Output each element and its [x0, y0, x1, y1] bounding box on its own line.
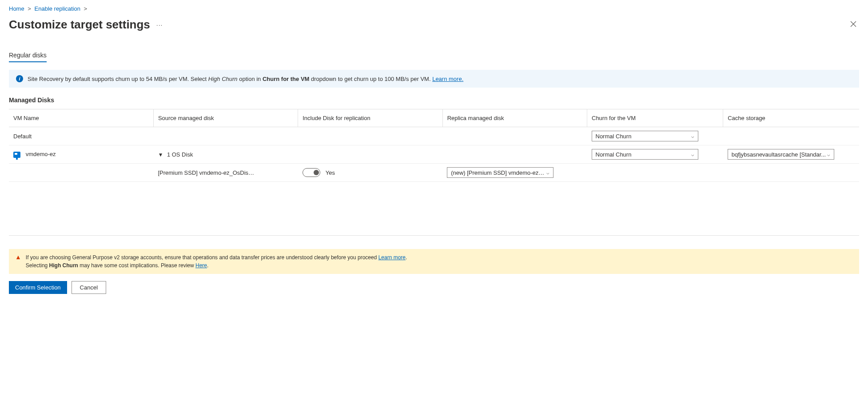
page-title: Customize target settings	[9, 18, 150, 32]
warning-banner: ▲ If you are choosing General Purpose v2…	[9, 249, 859, 274]
dropdown-label: Normal Churn	[596, 133, 632, 140]
th-replica-disk: Replica managed disk	[442, 109, 587, 127]
warn-text: may have some cost implications. Please …	[78, 262, 195, 269]
info-text: dropdown to get churn up to 100 MB/s per…	[309, 76, 432, 82]
breadcrumb-home[interactable]: Home	[9, 5, 24, 12]
th-source-disk: Source managed disk	[153, 109, 298, 127]
chevron-down-icon: ⌵	[691, 152, 694, 157]
breadcrumb-sep: >	[82, 5, 89, 12]
dropdown-label: Normal Churn	[596, 151, 632, 158]
warn-text: .	[207, 262, 208, 269]
th-cache: Cache storage	[723, 109, 859, 127]
vm-churn-dropdown[interactable]: Normal Churn ⌵	[592, 149, 698, 160]
cache-storage-dropdown[interactable]: bqfjybsasnevaultasrcache [Standar... ⌵	[728, 149, 834, 160]
info-text: Site Recovery by default supports churn …	[28, 76, 208, 82]
include-disk-toggle[interactable]	[303, 168, 320, 177]
managed-disks-table: VM Name Source managed disk Include Disk…	[9, 109, 859, 182]
chevron-down-icon: ⌵	[546, 170, 549, 176]
close-icon[interactable]	[848, 17, 859, 32]
caret-down-icon[interactable]: ▼	[158, 151, 163, 157]
warning-icon: ▲	[15, 253, 21, 261]
th-vm-name: VM Name	[9, 109, 153, 127]
breadcrumb: Home > Enable replication >	[9, 4, 859, 16]
more-icon[interactable]: ···	[156, 21, 163, 28]
cell-default-label: Default	[9, 127, 153, 145]
table-row-default: Default Normal Churn ⌵	[9, 127, 859, 145]
table-row-disk: [Premium SSD] vmdemo-ez_OsDisk_1_... Yes…	[9, 164, 859, 182]
dropdown-label: bqfjybsasnevaultasrcache [Standar...	[732, 151, 826, 158]
source-disk-name: [Premium SSD] vmdemo-ez_OsDisk_1_...	[158, 169, 255, 176]
toggle-knob	[314, 170, 319, 175]
warn-learn-more-link[interactable]: Learn more	[378, 254, 406, 261]
default-churn-dropdown[interactable]: Normal Churn ⌵	[592, 131, 698, 141]
info-text: option in	[238, 76, 263, 82]
table-header-row: VM Name Source managed disk Include Disk…	[9, 109, 859, 127]
breadcrumb-enable-replication[interactable]: Enable replication	[35, 5, 80, 12]
info-italic: High Churn	[208, 76, 238, 82]
vm-icon	[13, 152, 20, 158]
chevron-down-icon: ⌵	[827, 152, 830, 157]
include-disk-value: Yes	[326, 169, 335, 176]
warn-bold: High Churn	[49, 262, 78, 269]
info-icon: i	[16, 75, 23, 82]
tabs: Regular disks	[9, 49, 859, 63]
info-learn-more-link[interactable]: Learn more.	[432, 76, 463, 82]
warn-text: If you are choosing General Purpose v2 s…	[26, 254, 378, 261]
th-churn: Churn for the VM	[587, 109, 723, 127]
replica-disk-dropdown[interactable]: (new) [Premium SSD] vmdemo-ez_... ⌵	[447, 167, 553, 178]
disk-summary: 1 OS Disk	[167, 151, 193, 158]
tab-regular-disks[interactable]: Regular disks	[9, 49, 47, 62]
dropdown-label: (new) [Premium SSD] vmdemo-ez_...	[451, 169, 546, 176]
vm-name: vmdemo-ez	[26, 151, 56, 157]
cancel-button[interactable]: Cancel	[72, 281, 106, 294]
info-banner: i Site Recovery by default supports chur…	[9, 70, 859, 88]
info-bold: Churn for the VM	[263, 76, 309, 82]
warn-here-link[interactable]: Here	[195, 262, 207, 269]
warn-text: .	[406, 254, 407, 261]
warn-text: Selecting	[26, 262, 49, 269]
table-row-vm: vmdemo-ez ▼ 1 OS Disk Normal Churn ⌵ bqf…	[9, 145, 859, 164]
breadcrumb-sep: >	[26, 5, 33, 12]
confirm-selection-button[interactable]: Confirm Selection	[9, 281, 67, 294]
chevron-down-icon: ⌵	[691, 133, 694, 139]
section-managed-disks: Managed Disks	[9, 96, 859, 104]
th-include-disk: Include Disk for replication	[298, 109, 442, 127]
